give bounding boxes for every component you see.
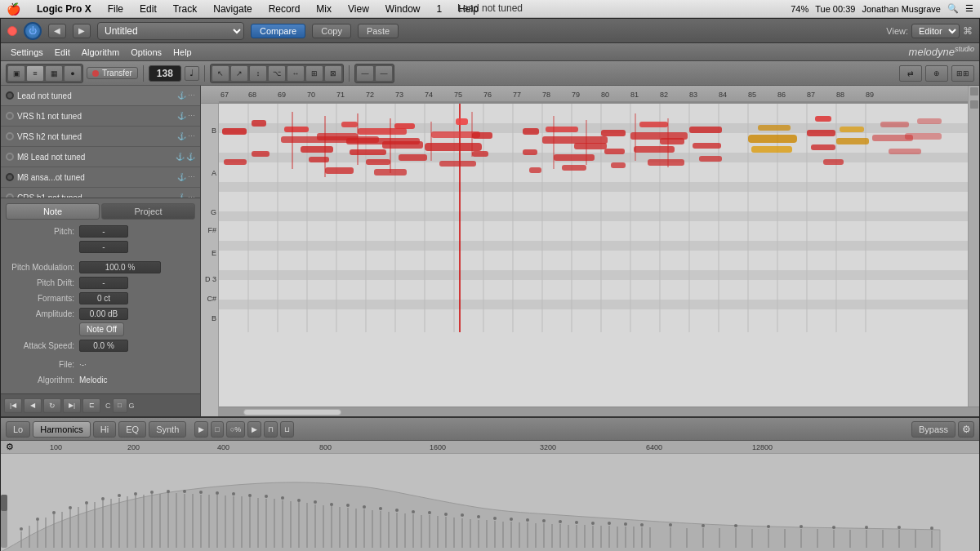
tool-arrow[interactable]: ↗	[230, 65, 248, 82]
settings-icon[interactable]: ⚙	[6, 441, 14, 453]
track-link-icon[interactable]: ⚓	[177, 112, 186, 120]
menu-1[interactable]: 1	[434, 3, 446, 15]
link-button[interactable]: ⌘	[963, 25, 973, 37]
menu-window[interactable]: Window	[382, 3, 424, 15]
tool-select[interactable]: ↖	[212, 65, 229, 82]
tool-lines[interactable]: ≡	[26, 65, 44, 82]
track-play-icon[interactable]: ⋯	[188, 91, 195, 100]
track-play-icon[interactable]: ⋯	[188, 132, 195, 140]
search-icon[interactable]: 🔍	[947, 3, 959, 14]
tool-amplitude[interactable]: ⊠	[324, 65, 342, 82]
extra-btn-1[interactable]: ▶	[247, 421, 261, 438]
stop-btn[interactable]: □	[211, 421, 223, 438]
tool-record[interactable]: ●	[64, 65, 82, 82]
play-btn[interactable]: ▶	[194, 421, 208, 438]
tool-pitch[interactable]: ↕	[249, 65, 267, 82]
track-play-icon[interactable]: ⋯	[188, 112, 195, 120]
paste-button[interactable]: Paste	[358, 24, 399, 38]
menu-file[interactable]: File	[105, 3, 127, 15]
tool-extra-1[interactable]: —	[356, 65, 374, 82]
pitch-value-2[interactable]: -	[79, 241, 128, 253]
harmonics-tab[interactable]: Harmonics	[33, 421, 91, 438]
tool-tuner[interactable]: ⇄	[899, 65, 922, 82]
track-link-icon[interactable]: ⚓	[177, 91, 186, 100]
menu-view[interactable]: View	[345, 3, 372, 15]
track-play-icon[interactable]: ⚓	[186, 153, 195, 161]
pitch-drift-value[interactable]: -	[79, 277, 128, 289]
pitch-value[interactable]: -	[79, 225, 128, 238]
menu-navigate[interactable]: Navigate	[210, 3, 255, 15]
amplitude-value[interactable]: 0.00 dB	[79, 308, 128, 320]
app-menu-algorithm[interactable]: Algorithm	[77, 46, 124, 59]
track-link-icon[interactable]: ⚓	[176, 153, 185, 161]
note-tab[interactable]: Note	[6, 203, 100, 220]
loop-prev-btn[interactable]: ◀	[24, 398, 42, 413]
tool-grid[interactable]: ▦	[45, 65, 63, 82]
loop-end-btn[interactable]: ▶|	[63, 398, 81, 413]
lo-tab[interactable]: Lo	[6, 421, 30, 438]
menu-record[interactable]: Record	[265, 3, 304, 15]
track-item[interactable]: M8 Lead not tuned ⚓ ⚓	[1, 147, 200, 167]
app-menu-options[interactable]: Options	[126, 46, 167, 59]
track-link-icon[interactable]: ⚓	[177, 173, 186, 181]
track-link-icon[interactable]: ⚓	[177, 132, 186, 140]
app-menu-help[interactable]: Help	[168, 46, 197, 59]
tool-view-extra[interactable]: ⊞⊞	[951, 65, 974, 82]
prev-button[interactable]: ◀	[48, 24, 66, 38]
track-item[interactable]: VRS h1 not tuned ⚓ ⋯	[1, 106, 200, 127]
gear-button[interactable]: ⚙	[958, 421, 974, 438]
app-menu-settings[interactable]: Settings	[6, 46, 48, 59]
tool-grid-snap[interactable]: ⊕	[925, 65, 948, 82]
apple-menu[interactable]: 🍎	[7, 2, 20, 16]
menu-edit[interactable]: Edit	[136, 3, 160, 15]
copy-button[interactable]: Copy	[312, 24, 351, 38]
loop-btn[interactable]: ○%	[226, 421, 245, 438]
loop-marker[interactable]: □	[113, 398, 127, 413]
hi-tab[interactable]: Hi	[93, 421, 116, 438]
track-item[interactable]: M8 ansa...ot tuned ⚓ ⋯	[1, 167, 200, 188]
note-off-button[interactable]: Note Off	[79, 322, 124, 336]
menu-track[interactable]: Track	[170, 3, 201, 15]
transfer-badge[interactable]: Transfer	[87, 67, 138, 79]
loop-set-btn[interactable]: ⊏	[82, 398, 100, 413]
grid-area[interactable]	[219, 104, 979, 416]
view-mode-dropdown[interactable]: Editor	[911, 24, 960, 38]
window-close-button[interactable]	[7, 26, 17, 36]
zoom-out-icon[interactable]	[970, 100, 978, 109]
zoom-in-icon[interactable]	[970, 87, 978, 96]
tool-split[interactable]: ⌥	[268, 65, 286, 82]
app-name[interactable]: Logic Pro X	[33, 3, 95, 15]
next-button[interactable]: ▶	[73, 24, 91, 38]
extra-btn-2[interactable]: ⊓	[264, 421, 278, 438]
project-title-dropdown[interactable]: Untitled	[97, 22, 244, 40]
spectral-content[interactable]	[1, 454, 979, 551]
power-button[interactable]: ⏻	[24, 22, 42, 40]
tool-extra-2[interactable]: —	[375, 65, 393, 82]
project-tab[interactable]: Project	[101, 203, 195, 220]
extra-btn-3[interactable]: ⊔	[280, 421, 294, 438]
loop-icon[interactable]: ↻	[43, 398, 61, 413]
menu-mix[interactable]: Mix	[313, 3, 335, 15]
compare-button[interactable]: Compare	[251, 24, 305, 38]
track-item[interactable]: VRS h2 not tuned ⚓ ⋯	[1, 127, 200, 147]
tool-time[interactable]: ↔	[287, 65, 305, 82]
spectral-display[interactable]: ⚙ 100 200 400 800 1600 3200 6400 12800	[1, 441, 979, 551]
scrollbar-thumb[interactable]	[243, 409, 341, 415]
track-item[interactable]: CRS h1 not tuned ⚓ ⋯	[1, 188, 200, 198]
horizontal-scrollbar[interactable]	[219, 407, 979, 416]
synth-tab[interactable]: Synth	[149, 421, 186, 438]
eq-tab[interactable]: EQ	[118, 421, 146, 438]
menu-extras-icon[interactable]: ☰	[965, 3, 973, 14]
pitch-mod-value[interactable]: 100.0 %	[79, 261, 161, 273]
app-menu-edit[interactable]: Edit	[50, 46, 75, 59]
tempo-display[interactable]: 138	[149, 65, 181, 82]
track-item[interactable]: Lead not tuned ⚓ ⋯	[1, 86, 200, 106]
track-play-icon[interactable]: ⋯	[188, 173, 195, 181]
bypass-button[interactable]: Bypass	[911, 421, 956, 438]
loop-start-btn[interactable]: |◀	[4, 398, 22, 413]
tool-waveform[interactable]: ▣	[7, 65, 25, 82]
attack-speed-value[interactable]: 0.0 %	[79, 340, 128, 352]
formants-value[interactable]: 0 ct	[79, 292, 128, 304]
tool-formant[interactable]: ⊞	[305, 65, 323, 82]
metronome-icon[interactable]: ♩	[185, 66, 199, 81]
